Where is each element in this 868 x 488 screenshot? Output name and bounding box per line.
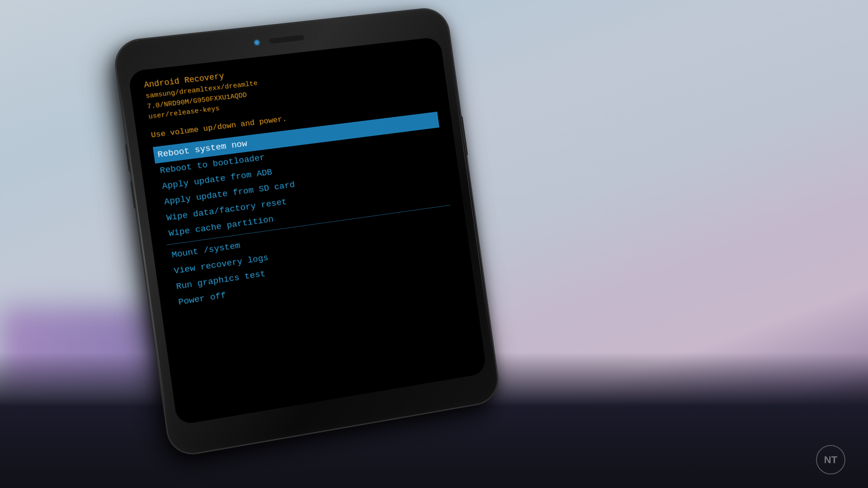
recovery-menu: Reboot system now Reboot to bootloader A… xyxy=(153,111,459,311)
earpiece-speaker xyxy=(268,34,305,44)
nt-watermark: NT xyxy=(816,445,845,474)
phone-body: Android Recovery samsung/dreamltexx/drea… xyxy=(113,7,500,457)
recovery-screen: Android Recovery samsung/dreamltexx/drea… xyxy=(128,37,487,426)
sensor xyxy=(313,34,317,38)
front-camera xyxy=(254,39,260,45)
phone-device: Android Recovery samsung/dreamltexx/drea… xyxy=(113,7,500,457)
phone-screen: Android Recovery samsung/dreamltexx/drea… xyxy=(128,37,487,426)
